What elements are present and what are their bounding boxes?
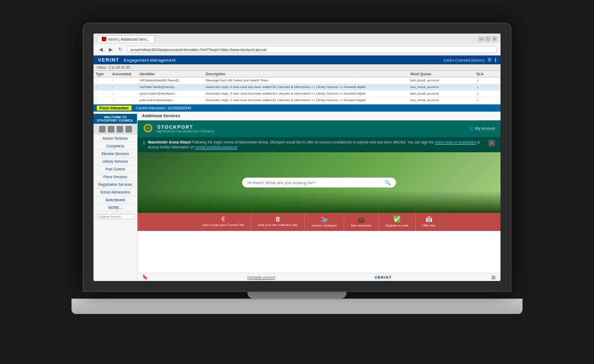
my-account-label: My Account [475,126,495,130]
current-interaction-label: Current Interaction: 101908082945 [136,106,191,110]
fresh-interaction-button[interactable]: Fresh Interaction [97,106,131,111]
row1-sla: ✓ [476,79,498,82]
close-button[interactable]: ✕ [492,36,497,42]
verint-footer: 🔖 [printable version] VERINT ▦ [138,273,501,281]
hero-search-box: 🔍 [242,178,396,187]
quick-link-vote[interactable]: ✅ Register to vote [379,213,416,231]
quick-link-jobs[interactable]: 💼 Job vacancies [344,213,379,231]
hero-search-input[interactable] [248,180,382,185]
browser-tab-label: Verint | Additional Serv... [108,37,150,41]
alert-link-wellbeing[interactable]: mental wellbeing guidance [195,145,238,149]
row1-identifier: HRSafety&Health1Team@... [140,79,206,82]
minimize-button[interactable]: — [479,36,484,42]
laptop-base [72,299,522,314]
sidebar-icon-search[interactable] [117,126,123,133]
hero-search-button[interactable]: 🔍 [384,180,391,185]
settings-icon[interactable]: ⚙ [487,57,492,63]
row4-identifier: julia.sherrin@stockpor... [140,98,206,102]
table-row[interactable]: - - michelle.hewitt@stockp... Automatic … [94,84,501,91]
vote-icon: ✅ [393,216,401,223]
sidebar-item-more[interactable]: MORE... [94,204,137,212]
inbox-bar: Inbox 1 to 30 of 30 [94,64,501,71]
stockport-my-account[interactable]: 👤 My Account [469,126,495,131]
hero-area: 🔍 [138,152,501,213]
bookmark-icon[interactable]: 🔖 [142,274,148,280]
quick-link-council-tax[interactable]: € How to pay your Council Tax [196,213,251,231]
forward-button[interactable]: ▶ [107,46,114,53]
verint-header-left: VERINT Engagement Management [98,57,175,63]
stockport-logo-text-block: STOCKPORT METROPOLITAN BOROUGH COUNCIL [157,124,215,133]
browser-controls: — □ ✕ [479,36,497,42]
sidebar-item-schools[interactable]: School Admissions [94,189,137,196]
table-row[interactable]: - - HRSafety&Health1Team@... Message fro… [94,78,501,84]
row4-type: - [96,98,112,102]
restore-button[interactable]: □ [485,36,491,42]
sidebar-item-registration[interactable]: Registration Services [94,181,137,189]
row3-associated: - [112,92,140,96]
verint-logo: VERINT [98,57,119,63]
url-bar[interactable] [127,46,497,53]
footer-grid-icon: ▦ [491,274,496,280]
row1-associated: - [112,79,140,82]
sidebar-item-elections[interactable]: Election Services [94,150,137,158]
laptop-notch [248,292,346,299]
hero-search-container: 🔍 [138,152,501,213]
refresh-button[interactable]: ↻ [117,46,124,53]
stockport-page: STOCKPORT METROPOLITAN BOROUGH COUNCIL 👤… [138,120,501,273]
sidebar-header: WELCOME TO STOCKPORT COUNCIL [94,114,137,124]
table-header: Type Associated Identifier Description W… [94,71,501,78]
alert-link-condolence[interactable]: online book of condolence [435,140,476,144]
quick-link-bin[interactable]: 🗑 Find your bin collection day [251,213,305,231]
inbox-count: 1 to 30 of 30 [108,65,130,69]
info-icon[interactable]: ℹ [494,57,496,63]
search-input[interactable] [96,214,135,219]
sidebar-item-switchboard[interactable]: Switchboard [94,196,137,204]
sidebar-icon-home[interactable] [99,126,106,133]
laptop-shell: Verint | Additional Serv... — □ ✕ ◀ ▶ ↻ [72,23,522,341]
jobs-label: Job vacancies [351,224,372,228]
row2-associated: - [112,85,140,89]
bin-icon: 🗑 [275,216,281,222]
table-row[interactable]: - - julia.sherrin@stockpor... Automatic … [94,97,501,104]
col-workqueue: Work Queue [410,72,476,76]
back-button[interactable]: ◀ [97,46,105,53]
row4-description: Automatic reply: A new case has been add… [206,98,410,102]
col-description: Description [206,72,410,76]
row3-description: Automatic reply: A new case has been add… [206,92,410,96]
browser-titlebar: Verint | Additional Serv... — □ ✕ [94,34,501,44]
alert-banner: ℹ Manchester Arena Attack Following the … [138,137,501,152]
alert-info-icon: ℹ [143,140,145,146]
sidebar-item-advice[interactable]: Advice Services [94,135,137,142]
sidebar-icon-tools[interactable] [125,126,132,133]
quick-links: € How to pay your Council Tax 🗑 Find you… [138,213,501,231]
sidebar-item-complaints[interactable]: Complaints [94,142,137,150]
row2-sla: ✓ [476,85,498,89]
sidebar-item-pest[interactable]: Pest Control [94,166,137,173]
sidebar-icons [94,124,137,135]
printable-version-link[interactable]: [printable version] [247,275,275,279]
col-associated: Associated [112,72,140,76]
quick-link-offerday[interactable]: 📅 Offer day [416,213,443,231]
sidebar-item-place[interactable]: Place Services [94,173,137,181]
browser-tab[interactable]: Verint | Additional Serv... [97,35,155,42]
screen: Verint | Additional Serv... — □ ✕ ◀ ▶ ↻ [94,34,501,281]
stockport-header: STOCKPORT METROPOLITAN BOROUGH COUNCIL 👤… [138,120,501,137]
offerday-icon: 📅 [425,216,433,223]
sidebar-item-library[interactable]: Library Services [94,158,137,166]
svg-point-2 [147,127,149,129]
verint-header: VERINT Engagement Management Karen Cranw… [94,56,501,64]
library-icon: 📚 [321,216,328,223]
alert-close-button[interactable]: ✕ [488,140,495,146]
row4-sla: ✓ [476,98,498,102]
account-icon: 👤 [469,126,475,130]
table-row[interactable]: - - jason.martin@stockport... Automatic … [94,91,501,97]
council-tax-label: How to pay your Council Tax [202,223,244,228]
inbox-label: Inbox [97,65,106,69]
interaction-bar: Fresh Interaction Current Interaction: 1… [94,104,501,112]
row2-workqueue: test_email_account [410,85,476,89]
sidebar-icon-users[interactable] [108,126,114,133]
screen-content: Verint | Additional Serv... — □ ✕ ◀ ▶ ↻ [94,34,501,281]
jobs-icon: 💼 [358,216,365,223]
quick-link-library[interactable]: 📚 Library catalogue [305,213,344,231]
row3-identifier: jason.martin@stockport... [140,92,206,96]
